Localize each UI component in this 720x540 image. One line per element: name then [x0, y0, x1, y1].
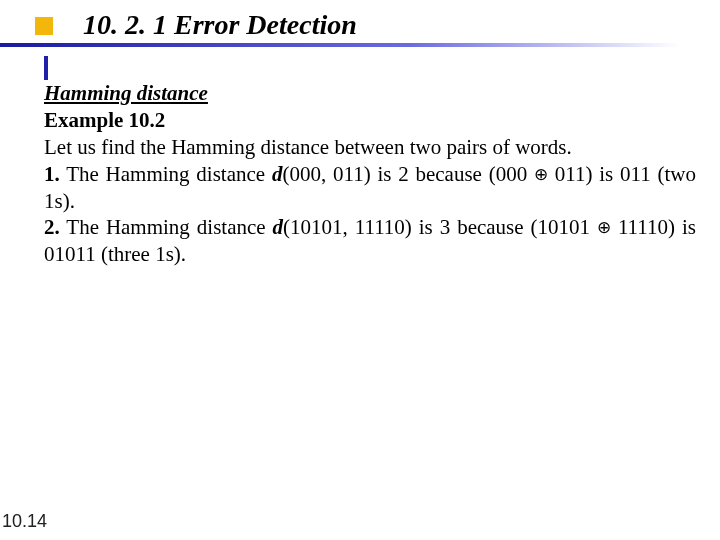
item1-text-b: (000, 011) is 2 because (000 [282, 162, 534, 186]
item1-func: d [272, 162, 283, 186]
example-label: Example 10.2 [44, 107, 696, 134]
bullet-square-icon [35, 17, 53, 35]
heading-row: 10. 2. 1 Error Detection [0, 10, 720, 41]
title-tick [44, 56, 48, 80]
xor-icon: ⊕ [534, 165, 548, 184]
heading-area: 10. 2. 1 Error Detection [0, 10, 720, 47]
page-number: 10.14 [2, 511, 47, 532]
item1-number: 1. [44, 162, 60, 186]
xor-icon: ⊕ [597, 219, 611, 238]
title-underline [0, 43, 680, 47]
item2-func: d [273, 215, 284, 239]
intro-line: Let us find the Hamming distance between… [44, 135, 572, 159]
slide-title: 10. 2. 1 Error Detection [83, 10, 357, 41]
slide: 10. 2. 1 Error Detection Hamming distanc… [0, 0, 720, 540]
item2-text-a: The Hamming distance [60, 215, 273, 239]
item2-number: 2. [44, 215, 60, 239]
subheading: Hamming distance [44, 80, 696, 107]
item2-text-b: (10101, 11110) is 3 because (10101 [283, 215, 597, 239]
item1-text-a: The Hamming distance [60, 162, 272, 186]
body-text: Hamming distance Example 10.2 Let us fin… [44, 80, 696, 268]
